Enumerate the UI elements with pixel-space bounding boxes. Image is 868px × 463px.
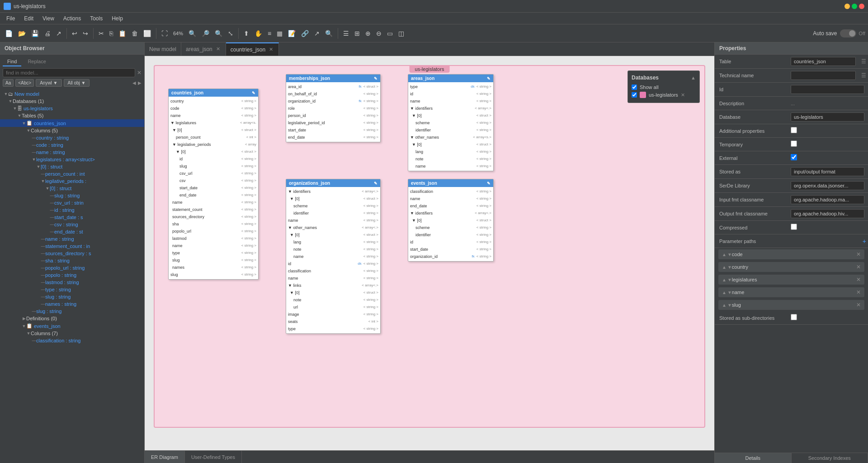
- edit-icon[interactable]: ✎: [487, 76, 491, 81]
- export-button[interactable]: ↗: [54, 28, 64, 38]
- tree-item-us-legislators[interactable]: ▼ 🗄 us-legislators: [0, 105, 144, 112]
- additional-checkbox[interactable]: [791, 127, 797, 133]
- tree-item-country[interactable]: —country : string: [0, 134, 144, 141]
- find-button[interactable]: 🔍: [212, 28, 225, 38]
- er-table-countries-json[interactable]: countries_json ✎ country< string > code<…: [168, 89, 259, 280]
- tree-item-start-date[interactable]: —start_date : s: [0, 214, 144, 221]
- right-tab-secondary-indexes[interactable]: Secondary Indexes: [792, 453, 868, 463]
- prev-result-button[interactable]: ◀: [132, 80, 136, 85]
- er-table-memberships-json[interactable]: memberships_json ✎ area_idfk< struct > o…: [286, 74, 381, 142]
- delete-button[interactable]: 🗑: [129, 28, 140, 38]
- param-del-button[interactable]: ✕: [856, 302, 861, 308]
- tree-item-id[interactable]: —id : string: [0, 206, 144, 214]
- menu-view[interactable]: View: [38, 14, 59, 23]
- cut-button[interactable]: ✂: [96, 28, 106, 38]
- menu-file[interactable]: File: [2, 14, 19, 23]
- tree-item-sha[interactable]: —sha : string: [0, 257, 144, 264]
- remove-button[interactable]: ⊖: [374, 28, 384, 38]
- add-button[interactable]: ⊕: [363, 28, 373, 38]
- tree-item-classification[interactable]: —classification : string: [0, 337, 144, 344]
- expand-icon[interactable]: ▼: [26, 128, 31, 133]
- copy-button[interactable]: ⎘: [107, 28, 115, 38]
- open-button[interactable]: 📂: [16, 28, 28, 38]
- case-sensitive-button[interactable]: Aa: [3, 79, 14, 87]
- right-tab-details[interactable]: Details: [715, 453, 792, 463]
- tree-item-tables[interactable]: ▼ Tables (5): [0, 112, 144, 119]
- format-button[interactable]: ⬜: [141, 28, 153, 38]
- new-button[interactable]: 📄: [3, 28, 15, 38]
- zoom-in-button[interactable]: 🔎: [199, 28, 212, 38]
- paste-button[interactable]: 📋: [116, 28, 128, 38]
- tree-item-databases[interactable]: ▼ Databases (1): [0, 98, 144, 105]
- param-del-button[interactable]: ✕: [856, 276, 861, 283]
- tree-item-events-json[interactable]: ▼📋events_json: [0, 322, 144, 330]
- technical-name-input[interactable]: [791, 71, 856, 80]
- tech-menu-icon[interactable]: ☰: [859, 72, 868, 79]
- tree-item-countries-json[interactable]: ▼ 📋 countries_json: [0, 119, 144, 127]
- tree-item-code[interactable]: —code : string: [0, 141, 144, 149]
- zoom-level-button[interactable]: 64%: [171, 29, 185, 37]
- search-mode-dropdown[interactable]: Anywl ▼: [36, 79, 61, 87]
- full-screen-button[interactable]: ⛶: [159, 28, 170, 38]
- close-button[interactable]: [859, 4, 864, 9]
- clear-search-button[interactable]: ✕: [137, 70, 142, 76]
- er-diagram-canvas[interactable]: us-legislators countries_json ✎ country<…: [145, 56, 714, 450]
- param-up-button[interactable]: ▲: [722, 303, 726, 308]
- grid-button[interactable]: ⊞: [352, 28, 362, 38]
- tree-item-new-model[interactable]: ▼ 🗂 New model: [0, 90, 144, 98]
- tree-item-events-columns[interactable]: ▼Columns (7): [0, 330, 144, 337]
- temporary-checkbox[interactable]: [791, 140, 797, 147]
- align-button[interactable]: ≡: [265, 28, 274, 38]
- tree-item-legil-periods[interactable]: ▼legilative_periods :: [0, 178, 144, 185]
- tree-item-struct0-2[interactable]: ▼[0] : struct: [0, 185, 144, 192]
- select-button[interactable]: ⬆: [241, 28, 251, 38]
- share-button[interactable]: ↗: [312, 28, 322, 38]
- add-param-button[interactable]: +: [861, 238, 868, 245]
- show-all-checkbox[interactable]: [632, 84, 637, 90]
- tree-item-end-date[interactable]: —end_date : st: [0, 228, 144, 235]
- collapse-databases-button[interactable]: ▲: [691, 75, 696, 80]
- tree-item-definitions[interactable]: ▶Definitions (0): [0, 315, 144, 322]
- input-fmt-input[interactable]: [791, 195, 864, 204]
- replace-tab[interactable]: Replace: [23, 57, 50, 66]
- menu-edit[interactable]: Edit: [19, 14, 38, 23]
- tab-new-model[interactable]: New model: [145, 42, 181, 56]
- search2-button[interactable]: 🔍: [323, 28, 335, 38]
- tree-item-struct0[interactable]: ▼[0] : struct: [0, 163, 144, 170]
- tree-item-columns[interactable]: ▼ Columns (5): [0, 127, 144, 134]
- panel-toggle[interactable]: ◫: [396, 28, 406, 38]
- next-result-button[interactable]: ▶: [138, 80, 142, 85]
- hand-button[interactable]: ✋: [252, 28, 264, 38]
- tree-item-csv-url[interactable]: —csv_url : strin: [0, 199, 144, 206]
- table-name-input[interactable]: [791, 57, 856, 66]
- er-table-events-json[interactable]: events_json ✎ classification< string > n…: [408, 179, 494, 262]
- zoom-out-button[interactable]: 🔍: [186, 28, 198, 38]
- param-down-button[interactable]: ▼: [727, 265, 732, 270]
- param-down-button[interactable]: ▼: [727, 277, 732, 282]
- compressed-checkbox[interactable]: [791, 224, 797, 230]
- serde-input[interactable]: [791, 181, 864, 190]
- output-fmt-input[interactable]: [791, 209, 864, 218]
- param-up-button[interactable]: ▲: [722, 252, 726, 257]
- tree-item-slug3[interactable]: —slug : string: [0, 308, 144, 315]
- bottom-tab-er-diagram[interactable]: ER Diagram: [145, 451, 185, 463]
- db-entry-checkbox[interactable]: [632, 92, 637, 98]
- param-down-button[interactable]: ▼: [727, 290, 732, 295]
- param-down-button[interactable]: ▼: [727, 303, 732, 308]
- param-up-button[interactable]: ▲: [722, 265, 726, 270]
- tree-item-slug2[interactable]: —slug : string: [0, 293, 144, 300]
- table-menu-icon[interactable]: ☰: [859, 58, 868, 65]
- search-input[interactable]: [3, 68, 135, 77]
- expand-icon[interactable]: ▼: [4, 92, 8, 96]
- param-up-button[interactable]: ▲: [722, 290, 726, 295]
- match-button[interactable]: <Abc>: [15, 79, 34, 87]
- close-tab-button[interactable]: ✕: [268, 47, 274, 52]
- minimize-button[interactable]: [844, 4, 850, 9]
- expand-icon[interactable]: ▼: [8, 99, 13, 103]
- list-button[interactable]: ☰: [341, 28, 351, 38]
- expand-icon[interactable]: ▼: [17, 113, 22, 118]
- undo-button[interactable]: ↩: [70, 28, 80, 38]
- find-tab[interactable]: Find: [3, 57, 21, 66]
- tab-areas-json[interactable]: areas_json ✕: [181, 42, 226, 56]
- tree-item-type[interactable]: —type : string: [0, 286, 144, 293]
